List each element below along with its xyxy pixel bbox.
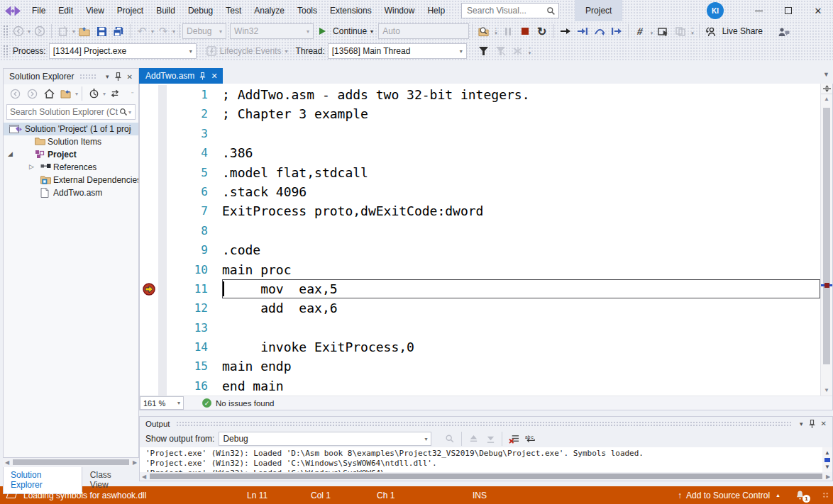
code-text[interactable]: ExitProcess proto,dwExitCode:dword <box>222 201 820 220</box>
close-panel-icon[interactable]: ✕ <box>124 73 136 81</box>
flag-filter-icon[interactable] <box>493 43 509 59</box>
undo-dropdown-icon[interactable]: ▾ <box>151 28 154 35</box>
clear-all-icon[interactable] <box>506 431 522 447</box>
code-text[interactable] <box>222 221 820 240</box>
feedback-icon[interactable] <box>776 23 791 39</box>
code-line-9[interactable]: 9 .code <box>140 240 820 259</box>
code-line-11[interactable]: 11 mov eax,5 <box>140 279 820 298</box>
code-line-10[interactable]: 10 main proc <box>140 260 820 279</box>
code-text[interactable]: main proc <box>222 260 820 279</box>
close-button[interactable]: ✕ <box>803 0 833 21</box>
menu-edit[interactable]: Edit <box>52 0 79 21</box>
menu-window[interactable]: Window <box>378 0 421 21</box>
tree-item-solution-project-1-of-1-proje[interactable]: Solution 'Project' (1 of 1 proje <box>4 123 138 135</box>
lifecycle-events-button[interactable]: Lifecycle Events <box>220 46 282 56</box>
output-titlebar[interactable]: Output ▾ ✕ <box>140 417 832 431</box>
current-statement-arrow-icon[interactable] <box>140 279 158 298</box>
scroll-down-icon[interactable]: ▼ <box>826 462 829 472</box>
character-indicator[interactable]: Ch 1 <box>377 491 473 500</box>
maximize-button[interactable] <box>773 0 803 21</box>
menu-view[interactable]: View <box>79 0 111 21</box>
pending-changes-filter-icon[interactable] <box>86 86 101 101</box>
breakpoint-margin[interactable] <box>140 85 158 104</box>
scroll-up-icon[interactable]: ▲ <box>826 448 829 458</box>
debug-location-overflow-icon[interactable]: ''▾ <box>529 47 531 55</box>
add-to-source-control-button[interactable]: Add to Source Control <box>686 491 770 500</box>
code-line-14[interactable]: 14 invoke ExitProcess,0 <box>140 337 820 357</box>
continue-dropdown-icon[interactable]: ▾ <box>370 28 373 35</box>
se-toolbar-overflow-icon[interactable]: '' <box>131 92 133 96</box>
breakpoint-margin[interactable] <box>140 124 158 143</box>
breakpoints-overflow-icon[interactable]: ⁞▾ <box>651 28 653 35</box>
output-source-combo[interactable]: Debug▾ <box>219 432 431 446</box>
scroll-left-icon[interactable]: ◀ <box>3 459 11 466</box>
back-dropdown-icon[interactable]: ▾ <box>28 28 31 35</box>
user-avatar[interactable]: KI <box>707 2 724 19</box>
new-dropdown-icon[interactable]: ▾ <box>72 28 75 35</box>
code-line-15[interactable]: 15 main endp <box>140 357 820 376</box>
se-back-icon[interactable] <box>7 86 23 101</box>
menu-project[interactable]: Project <box>111 0 150 21</box>
tab-pin-icon[interactable] <box>199 72 206 80</box>
hscroll-thumb[interactable] <box>13 459 129 465</box>
code-text[interactable]: .model flat,stdcall <box>222 163 820 182</box>
tree-item-references[interactable]: ▷ References <box>4 161 138 174</box>
tree-item-project[interactable]: ◢ Project <box>4 148 138 161</box>
breakpoint-margin[interactable] <box>140 318 158 337</box>
pause-icon[interactable] <box>500 23 516 39</box>
code-line-7[interactable]: 7 ExitProcess proto,dwExitCode:dword <box>140 201 820 220</box>
breakpoint-margin[interactable] <box>140 260 158 279</box>
step-over-icon[interactable] <box>592 23 607 39</box>
output-vscrollbar[interactable]: ▲ ▼ <box>822 447 832 472</box>
code-line-12[interactable]: 12 add eax,6 <box>140 298 820 318</box>
search-input[interactable] <box>467 6 546 16</box>
breakpoints-icon[interactable]: # <box>631 23 649 39</box>
breakpoint-margin[interactable] <box>140 182 158 201</box>
navigate-back-icon[interactable] <box>11 23 26 39</box>
split-window-handle-icon[interactable] <box>821 84 832 94</box>
parallel-stacks-icon[interactable] <box>673 23 688 39</box>
code-text[interactable]: add eax,6 <box>222 298 820 318</box>
tree-item-solution-items[interactable]: Solution Items <box>4 135 138 148</box>
line-indicator[interactable]: Ln 11 <box>247 491 311 500</box>
window-position-dropdown-icon[interactable]: ▾ <box>103 73 112 80</box>
pin-icon[interactable] <box>806 420 818 428</box>
breakpoint-margin[interactable] <box>140 337 158 357</box>
breakpoint-margin[interactable] <box>140 163 158 182</box>
pin-icon[interactable] <box>112 72 124 81</box>
document-list-dropdown-icon[interactable]: ▼ <box>823 71 829 78</box>
switch-views-dropdown-icon[interactable]: ▾ <box>75 91 78 97</box>
debug-toolbar-options-icon[interactable]: ''▾ <box>691 28 694 35</box>
filter-threads-icon[interactable] <box>476 43 492 59</box>
stop-debugging-icon[interactable] <box>517 23 533 39</box>
step-out-icon[interactable] <box>609 23 624 39</box>
scroll-right-icon[interactable]: ▶ <box>824 474 832 480</box>
vscroll-thumb[interactable] <box>823 108 830 364</box>
menu-help[interactable]: Help <box>421 0 451 21</box>
toolbar-overflow-icon[interactable]: ⁞▾ <box>495 28 497 35</box>
menu-build[interactable]: Build <box>150 0 182 21</box>
previous-message-icon[interactable] <box>465 431 481 447</box>
code-text[interactable]: mov eax,5 <box>222 279 820 298</box>
watch-mode-combo[interactable]: Auto <box>378 23 469 39</box>
sync-with-active-document-icon[interactable] <box>107 86 123 101</box>
word-wrap-icon[interactable]: abc <box>523 431 539 447</box>
code-line-5[interactable]: 5 .model flat,stdcall <box>140 163 820 182</box>
menu-debug[interactable]: Debug <box>182 0 219 21</box>
show-next-statement-icon[interactable] <box>558 23 573 39</box>
project-indicator-button[interactable]: Project <box>575 0 622 21</box>
code-text[interactable] <box>222 318 820 337</box>
solution-explorer-hscrollbar[interactable]: ◀ ▶ <box>3 458 139 466</box>
quick-search-box[interactable] <box>461 3 559 18</box>
scroll-right-icon[interactable]: ▶ <box>131 459 139 466</box>
home-icon[interactable] <box>41 86 57 101</box>
se-forward-icon[interactable] <box>24 86 40 101</box>
output-log[interactable]: 'Project.exe' (Win32): Loaded 'D:\Asm bo… <box>140 447 832 472</box>
scroll-up-icon[interactable]: ▲ <box>821 94 832 104</box>
live-share-label[interactable]: Live Share <box>722 26 763 36</box>
editor-zoom-combo[interactable]: 161 %▾ <box>140 396 184 410</box>
tab-close-icon[interactable]: ✕ <box>211 72 217 81</box>
code-line-3[interactable]: 3 <box>140 124 820 143</box>
tree-item-addtwo-asm[interactable]: AddTwo.asm <box>4 186 138 199</box>
resize-grip[interactable] <box>822 492 829 498</box>
